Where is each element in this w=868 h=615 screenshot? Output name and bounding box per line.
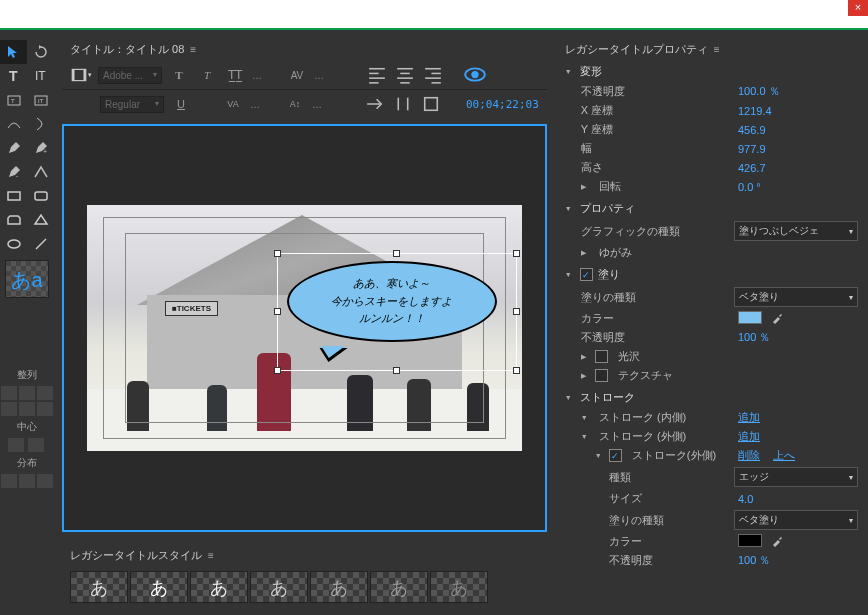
center-v[interactable] <box>8 438 24 452</box>
handle-br[interactable] <box>513 367 520 374</box>
rotate-tool[interactable] <box>27 40 54 64</box>
wedge-tool[interactable] <box>27 208 54 232</box>
move-up-stroke-link[interactable]: 上へ <box>773 449 795 461</box>
align-top[interactable] <box>1 402 17 416</box>
rotation-value[interactable]: 0.0 ° <box>738 181 858 193</box>
align-left-button[interactable] <box>366 65 388 85</box>
chevron-right-icon[interactable] <box>581 182 591 191</box>
horizontal-text-tool[interactable]: T <box>0 64 27 88</box>
tracking-button[interactable]: A↕ <box>284 94 306 114</box>
style-thumb[interactable]: あ <box>250 571 308 603</box>
style-thumb[interactable]: あ <box>310 571 368 603</box>
italic-button[interactable]: T <box>196 65 218 85</box>
font-style-select[interactable]: Regular ▾ <box>100 96 164 113</box>
dist-1[interactable] <box>1 474 17 488</box>
align-bottom[interactable] <box>37 402 53 416</box>
align-center-button[interactable] <box>394 65 416 85</box>
timecode-display[interactable]: 00;04;22;03 <box>466 98 539 111</box>
area-text-tool[interactable]: T <box>0 88 27 112</box>
fill-checkbox[interactable]: ✓ <box>580 268 593 281</box>
canvas-viewport[interactable]: ■TICKETS ああ、寒いよ～ 今からスキーをしますよ ルンルン！！ <box>62 124 547 532</box>
style-thumb[interactable]: あ <box>370 571 428 603</box>
handle-tr[interactable] <box>513 250 520 257</box>
stroke-kind-select[interactable]: エッジ▾ <box>734 467 858 487</box>
eyedropper-icon[interactable] <box>771 537 783 549</box>
props-menu-icon[interactable]: ≡ <box>714 44 720 55</box>
vertical-area-text-tool[interactable]: IT <box>27 88 54 112</box>
style-thumb[interactable]: あ <box>430 571 488 603</box>
v-path-text-tool[interactable] <box>27 112 54 136</box>
xpos-value[interactable]: 1219.4 <box>738 105 858 117</box>
ypos-value[interactable]: 456.9 <box>738 124 858 136</box>
styles-menu-icon[interactable]: ≡ <box>208 550 214 561</box>
align-hcenter[interactable] <box>19 386 35 400</box>
align-left[interactable] <box>1 386 17 400</box>
fill-opacity-value[interactable]: 100 ％ <box>738 330 858 345</box>
width-value[interactable]: 977.9 <box>738 143 858 155</box>
stroke-size-value[interactable]: 4.0 <box>738 493 858 505</box>
chevron-down-icon[interactable] <box>581 413 591 422</box>
chevron-right-icon[interactable] <box>581 371 591 380</box>
clipped-rectangle-tool[interactable] <box>0 208 27 232</box>
handle-mr[interactable] <box>513 308 520 315</box>
leading-button[interactable]: VA <box>222 94 244 114</box>
align-right-button[interactable] <box>422 65 444 85</box>
pen-tool[interactable] <box>0 136 27 160</box>
font-family-select[interactable]: Adobe ... ▾ <box>98 67 162 84</box>
path-text-tool[interactable] <box>0 112 27 136</box>
style-thumb[interactable]: あ <box>190 571 248 603</box>
opacity-value[interactable]: 100.0 ％ <box>738 84 858 99</box>
close-button[interactable]: × <box>848 0 868 16</box>
line-tool[interactable] <box>27 232 54 256</box>
add-outer-stroke-link[interactable]: 追加 <box>738 430 760 442</box>
underline-button[interactable]: U <box>170 94 192 114</box>
dist-3[interactable] <box>37 474 53 488</box>
ellipse-tool[interactable] <box>0 232 27 256</box>
show-video-button[interactable] <box>464 65 486 85</box>
style-thumb[interactable]: あ <box>130 571 188 603</box>
chevron-right-icon[interactable] <box>581 248 591 257</box>
convert-anchor-tool[interactable] <box>27 160 54 184</box>
tab-button-1[interactable] <box>364 94 386 114</box>
rectangle-tool[interactable] <box>0 184 27 208</box>
stroke-opacity-value[interactable]: 100 ％ <box>738 553 858 568</box>
selection-bounds[interactable] <box>277 253 517 371</box>
templates-button[interactable]: ▾ <box>70 65 92 85</box>
tracking-field[interactable]: … <box>312 99 340 110</box>
stroke-section-header[interactable]: ストローク <box>565 387 858 408</box>
selection-tool[interactable] <box>0 40 27 64</box>
chevron-down-icon[interactable] <box>595 451 605 460</box>
align-vcenter[interactable] <box>19 402 35 416</box>
graphic-type-select[interactable]: 塗りつぶしベジェ▾ <box>734 221 858 241</box>
texture-checkbox[interactable] <box>595 369 608 382</box>
delete-stroke-link[interactable]: 削除 <box>738 449 760 461</box>
sheen-checkbox[interactable] <box>595 350 608 363</box>
add-inner-stroke-link[interactable]: 追加 <box>738 411 760 423</box>
fill-type-select[interactable]: ベタ塗り▾ <box>734 287 858 307</box>
vertical-text-tool[interactable]: IT <box>27 64 54 88</box>
font-size-field[interactable]: … <box>252 70 280 81</box>
kerning-field[interactable]: … <box>314 70 342 81</box>
dist-2[interactable] <box>19 474 35 488</box>
fill-section-header[interactable]: ✓ 塗り <box>565 264 858 285</box>
property-section-header[interactable]: プロパティ <box>565 198 858 219</box>
handle-tl[interactable] <box>274 250 281 257</box>
font-size-button[interactable]: T̲T̲ <box>224 65 246 85</box>
handle-bl[interactable] <box>274 367 281 374</box>
tab-button-2[interactable] <box>392 94 414 114</box>
rounded-rectangle-tool[interactable] <box>27 184 54 208</box>
bold-button[interactable]: T <box>168 65 190 85</box>
handle-tm[interactable] <box>393 250 400 257</box>
stroke-color-swatch[interactable] <box>738 534 762 547</box>
chevron-right-icon[interactable] <box>581 352 591 361</box>
handle-ml[interactable] <box>274 308 281 315</box>
add-anchor-tool[interactable]: + <box>27 136 54 160</box>
panel-menu-icon[interactable]: ≡ <box>190 44 196 55</box>
height-value[interactable]: 426.7 <box>738 162 858 174</box>
transform-section-header[interactable]: 変形 <box>565 61 858 82</box>
fill-color-swatch[interactable] <box>738 311 762 324</box>
eyedropper-icon[interactable] <box>771 314 783 326</box>
style-thumb[interactable]: あ <box>70 571 128 603</box>
current-style-preview[interactable]: あa <box>5 260 49 298</box>
title-canvas[interactable]: ■TICKETS ああ、寒いよ～ 今からスキーをしますよ ルンルン！！ <box>87 205 522 451</box>
